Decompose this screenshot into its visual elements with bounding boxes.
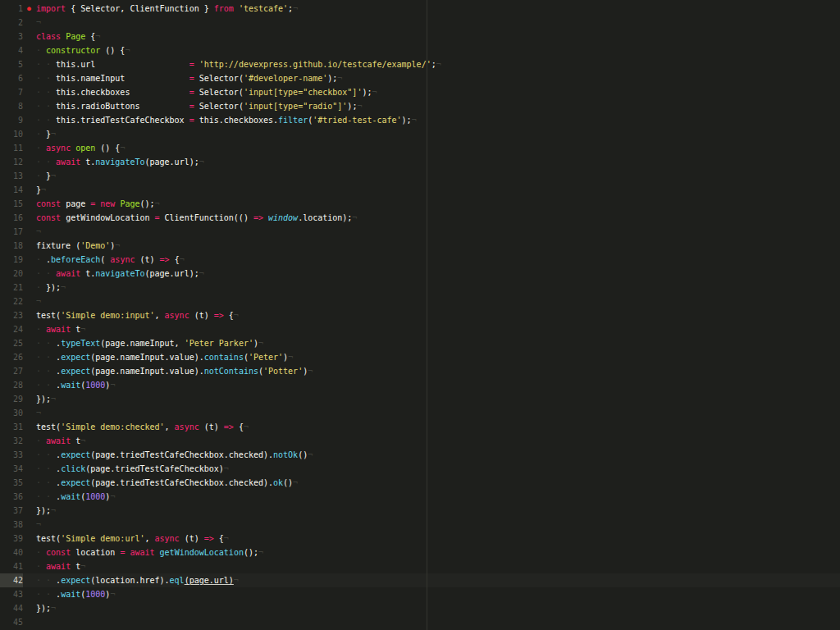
code-line[interactable]: 20· · await t.navigateTo(page.url);¬ (0, 267, 840, 281)
code-line[interactable]: 37});¬ (0, 504, 840, 518)
code-line[interactable]: 11· async open () {¬ (0, 141, 840, 155)
code-line[interactable]: 23test('Simple demo:input', async (t) =>… (0, 308, 840, 322)
code-token: 'Peter Parker' (185, 339, 253, 348)
code-line[interactable]: 40· const location = await getWindowLoca… (0, 546, 840, 559)
code-line[interactable]: 9· · this.triedTestCafeCheckbox = this.c… (0, 113, 840, 127)
code-token: fixture ( (36, 241, 80, 250)
code-token: 1000 (85, 381, 105, 390)
code-line[interactable]: 36· · .wait(1000)¬ (0, 490, 840, 504)
code-token: ¬ (293, 4, 298, 13)
code-text: · · .expect(page.nameInput.value).notCon… (23, 364, 840, 378)
code-line[interactable]: 18fixture ('Demo')¬ (0, 239, 840, 253)
code-line[interactable]: 4· constructor () {¬ (0, 43, 840, 57)
code-line[interactable]: 39test('Simple demo:url', async (t) => {… (0, 532, 840, 546)
code-token: ¬ (293, 478, 298, 487)
editor-window: 1●import { Selector, ClientFunction } fr… (0, 0, 840, 630)
line-number: 19 (0, 253, 23, 267)
code-line[interactable]: 8· · this.radioButtons = Selector('input… (0, 99, 840, 113)
code-token: (page.nameInput.value). (90, 353, 203, 362)
code-token: · · (36, 60, 56, 69)
code-line[interactable]: 6· · this.nameInput = Selector('#develop… (0, 71, 840, 85)
code-token: (page.triedTestCafeCheckbox.checked). (90, 478, 273, 487)
code-line[interactable]: 35· · .expect(page.triedTestCafeCheckbox… (0, 476, 840, 490)
code-line[interactable]: 25· · .typeText(page.nameInput, 'Peter P… (0, 336, 840, 350)
code-line[interactable]: 30¬ (0, 406, 840, 420)
code-line[interactable]: 41· await t¬ (0, 559, 840, 573)
code-line[interactable]: 34· · .click(page.triedTestCafeCheckbox)… (0, 462, 840, 476)
code-token: ¬ (337, 74, 342, 83)
code-token: · · (36, 102, 56, 111)
code-token: ¬ (51, 171, 56, 180)
code-line[interactable]: 42· · .expect(location.href).eql(page.ur… (0, 573, 840, 587)
code-token: ¬ (110, 590, 115, 599)
breakpoint-icon[interactable]: ● (27, 2, 31, 16)
code-text: test('Simple demo:checked', async (t) =>… (23, 420, 840, 434)
code-line[interactable]: 13· }¬ (0, 169, 840, 183)
line-number: 22 (0, 294, 23, 308)
code-line[interactable]: 3class Page {¬ (0, 30, 840, 43)
line-number: 5 (0, 57, 23, 71)
code-line[interactable]: 43· · .wait(1000)¬ (0, 587, 840, 601)
code-line[interactable]: 24· await t¬ (0, 322, 840, 336)
code-token: (); (139, 199, 154, 208)
code-token: t (71, 562, 80, 571)
code-token: 1000 (85, 492, 105, 501)
code-token: ¬ (436, 60, 441, 69)
code-token: ¬ (110, 381, 115, 390)
code-token: ¬ (80, 325, 85, 334)
line-number: 14 (0, 183, 23, 197)
code-text: }¬ (23, 183, 840, 197)
code-token: · · (36, 158, 56, 167)
code-line[interactable]: 14}¬ (0, 183, 840, 197)
code-line[interactable]: 10· }¬ (0, 127, 840, 141)
code-token: window (268, 213, 298, 222)
code-line[interactable]: 28· · .wait(1000)¬ (0, 378, 840, 392)
code-line[interactable]: 1●import { Selector, ClientFunction } fr… (0, 2, 840, 16)
code-line[interactable]: 12· · await t.navigateTo(page.url);¬ (0, 155, 840, 169)
code-line[interactable]: 22¬ (0, 294, 840, 308)
code-line[interactable]: 21· });¬ (0, 281, 840, 294)
code-line[interactable]: 5· · this.url = 'http://devexpress.githu… (0, 57, 840, 71)
code-text: ¬ (23, 518, 840, 532)
code-token: getWindowLocation (61, 213, 154, 222)
code-line[interactable]: 27· · .expect(page.nameInput.value).notC… (0, 364, 840, 378)
code-line[interactable]: 26· · .expect(page.nameInput.value).cont… (0, 350, 840, 364)
code-token: import (36, 4, 66, 13)
code-line[interactable]: 29});¬ (0, 392, 840, 406)
code-line[interactable]: 45 (0, 615, 840, 629)
code-line[interactable]: 19· .beforeEach( async (t) => {¬ (0, 253, 840, 267)
code-line[interactable]: 17¬ (0, 225, 840, 239)
code-token: expect (61, 353, 90, 362)
code-token: · · (36, 339, 56, 348)
line-number: 29 (0, 392, 23, 406)
code-token: => (214, 311, 224, 320)
code-token: ¬ (199, 158, 204, 167)
code-token: · (36, 255, 46, 264)
code-token: ¬ (51, 130, 56, 139)
code-token: ok (273, 478, 283, 487)
code-line[interactable]: 31test('Simple demo:checked', async (t) … (0, 420, 840, 434)
code-token: { Selector, ClientFunction } (66, 4, 214, 13)
code-token: await (56, 158, 80, 167)
code-token: await (130, 548, 154, 557)
code-line[interactable]: 32· await t¬ (0, 434, 840, 448)
code-line[interactable]: 44});¬ (0, 601, 840, 615)
code-line[interactable]: 16const getWindowLocation = ClientFuncti… (0, 211, 840, 225)
code-line[interactable]: 33· · .expect(page.triedTestCafeCheckbox… (0, 448, 840, 462)
code-line[interactable]: 38¬ (0, 518, 840, 532)
code-token: filter (278, 116, 308, 125)
code-token: => (204, 534, 214, 543)
code-line[interactable]: 2¬ (0, 16, 840, 30)
code-token: const (36, 213, 61, 222)
code-line[interactable]: 7· · this.checkboxes = Selector('input[t… (0, 85, 840, 99)
code-text: ¬ (23, 406, 840, 420)
code-line[interactable]: 15const page = new Page();¬ (0, 197, 840, 211)
line-number: 24 (0, 322, 23, 336)
code-editor[interactable]: 1●import { Selector, ClientFunction } fr… (0, 0, 840, 629)
code-token: ); (347, 102, 357, 111)
code-token: · (36, 130, 46, 139)
code-token: .location); (298, 213, 352, 222)
code-token: }); (36, 395, 51, 404)
code-token: wait (61, 590, 80, 599)
code-token: }); (36, 604, 51, 613)
